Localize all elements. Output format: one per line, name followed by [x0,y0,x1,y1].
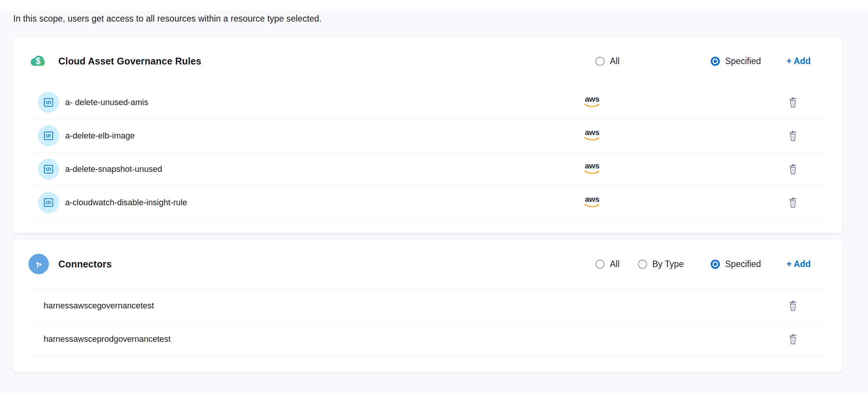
governance-rules-card: $ Cloud Asset Governance Rules All Speci… [13,36,843,233]
governance-radio-specified[interactable]: Specified [711,56,761,66]
svg-text:$: $ [36,56,41,66]
connectors-card-title: Connectors [58,259,112,270]
radio-unselected-icon [638,259,647,269]
delete-rule-button[interactable] [786,95,800,110]
trash-icon [788,130,797,141]
trash-icon [788,300,797,311]
aws-logo: aws [584,162,600,176]
delete-rule-button[interactable] [786,129,800,143]
governance-radio-all[interactable]: All [595,56,620,66]
connectors-radio-by-type[interactable]: By Type [638,259,684,269]
delete-rule-button[interactable] [786,195,800,210]
branching-arrows-icon [28,254,49,274]
governance-rule-icon [38,159,59,180]
governance-rule-icon [38,125,59,146]
radio-selected-icon [711,259,720,269]
governance-card-title: Cloud Asset Governance Rules [58,56,201,67]
governance-rules-list: a- delete-unused-amis aws [13,86,843,219]
aws-logo: aws [584,96,600,109]
trash-icon [788,97,797,108]
delete-rule-button[interactable] [786,162,800,176]
connectors-card-header: Connectors All By Type Specified + Add [13,239,843,289]
rule-name: a- delete-unused-amis [65,97,148,107]
governance-add-button[interactable]: + Add [787,56,811,66]
connectors-radio-specified[interactable]: Specified [711,259,761,269]
connectors-add-button[interactable]: + Add [787,259,811,269]
radio-selected-icon [711,57,720,66]
scope-description: In this scope, users get access to all r… [13,14,322,24]
connector-name: harnessawsceprodgovernancetest [44,334,171,344]
connectors-card: Connectors All By Type Specified + Add h… [13,239,843,372]
trash-icon [788,197,797,208]
governance-rule-icon [38,92,59,113]
connectors-list: harnessawscegovernancetest harnessawscep… [27,289,829,356]
connector-row: harnessawsceprodgovernancetest [27,322,829,356]
rule-name: a-delete-elb-image [65,131,135,141]
connectors-radio-all[interactable]: All [595,259,620,269]
governance-rule-row: a- delete-unused-amis aws [27,86,829,119]
delete-connector-button[interactable] [786,332,800,346]
aws-logo: aws [584,196,600,209]
governance-rule-icon [38,192,59,213]
radio-unselected-icon [595,259,605,269]
governance-rule-row: a-delete-snapshot-unused aws [27,152,829,186]
governance-rule-row: a-cloudwatch-disable-insight-rule aws [27,186,829,219]
cloud-dollar-icon: $ [28,53,48,69]
governance-rule-row: a-delete-elb-image aws [27,119,829,152]
rule-name: a-delete-snapshot-unused [65,164,162,174]
aws-logo: aws [584,129,600,143]
connector-row: harnessawscegovernancetest [27,289,829,322]
rule-name: a-cloudwatch-disable-insight-rule [65,198,187,208]
governance-card-header: $ Cloud Asset Governance Rules All Speci… [13,36,843,86]
trash-icon [788,163,797,175]
trash-icon [788,333,797,345]
connector-name: harnessawscegovernancetest [44,301,154,311]
radio-unselected-icon [595,57,605,66]
top-white-strip [0,0,868,11]
delete-connector-button[interactable] [786,299,800,313]
